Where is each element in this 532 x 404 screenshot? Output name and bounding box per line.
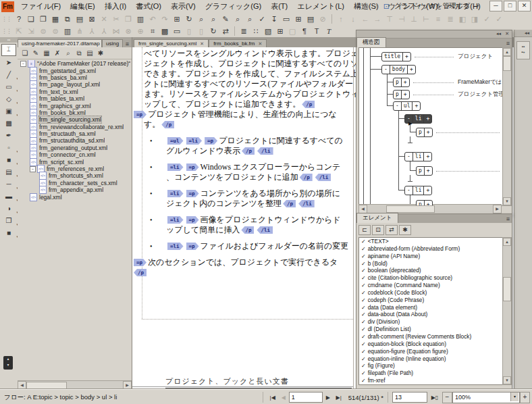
delete-icon[interactable]: ✕ [98, 14, 110, 24]
zoom-in-tool-icon[interactable]: ⌕ [232, 14, 244, 24]
scroll-up-icon[interactable]: ▲ [503, 238, 511, 246]
expand-node-icon[interactable]: + [424, 201, 432, 206]
structure-view-tab[interactable]: 構造図 [356, 37, 386, 47]
line-tool[interactable]: ╱▾ [2, 70, 16, 80]
prev-page-button[interactable]: ◀ [278, 395, 289, 401]
menu-item-1[interactable]: 編集(E) [65, 1, 100, 11]
panel-collapse-icon[interactable]: ◂◂ [496, 31, 501, 36]
element-options-icon[interactable]: ✱ [399, 225, 411, 235]
structure-node-p[interactable]: p+ [416, 200, 433, 206]
menu-item-2[interactable]: 挿入(I) [100, 1, 131, 11]
swap-view-icon[interactable]: ⇄ [219, 26, 232, 36]
structure-node-title[interactable]: title+ [381, 52, 411, 61]
new-topic-icon[interactable]: ❏ [20, 49, 30, 58]
find-icon[interactable]: ⌕ [195, 14, 207, 24]
polygon-tool[interactable]: ◇▾ [2, 94, 16, 105]
element-start-tag[interactable]: =li [167, 216, 184, 224]
expand-node-icon[interactable]: + [423, 153, 431, 161]
scrollbar-thumb[interactable] [26, 382, 67, 389]
promote-element-icon[interactable]: ⊕ [134, 26, 147, 36]
zoom-out-tool-icon[interactable]: ⌕ [244, 14, 256, 24]
structure-node-p[interactable]: p+ [393, 90, 410, 99]
thin-line-width-tool[interactable]: ─▾ [2, 179, 16, 190]
expand-node-icon[interactable]: + [407, 66, 415, 74]
element-list-item[interactable]: ✓codeblock (Code Block) [359, 289, 502, 297]
table-icon[interactable]: ⊞ [274, 26, 286, 36]
panel-tab-ditamap[interactable]: using-framemaker-2017.ditamap [18, 39, 102, 47]
aux-status-field[interactable]: 13 [392, 392, 427, 403]
send-back-icon[interactable]: ◨ [469, 14, 481, 24]
structure-node-ul[interactable]: -ul+ [393, 101, 421, 111]
panel-tab-menu-icon[interactable]: ≡ [123, 41, 132, 47]
wrap-element-icon[interactable]: ⊡ [372, 225, 384, 235]
delete-topic-icon[interactable]: ✗ [52, 49, 63, 58]
wrap-element-icon[interactable]: ⅄ [86, 26, 98, 36]
element-start-tag[interactable]: =p [186, 216, 199, 224]
move-down-icon[interactable]: ↓ [347, 14, 359, 24]
scrollbar-thumb[interactable] [503, 56, 511, 71]
update-references-icon[interactable]: ↻ [207, 26, 219, 36]
first-element-icon[interactable]: ⇱ [13, 26, 25, 36]
accept-change-icon[interactable]: ✓ [481, 14, 493, 24]
expand-element-icon[interactable]: ⊜ [49, 26, 61, 36]
rotate-icon[interactable]: ⊘ [317, 14, 329, 24]
element-start-tag[interactable]: =p [186, 163, 199, 171]
framemaker-logo-icon[interactable]: Fm [1, 1, 14, 12]
text-format-icon[interactable]: T [311, 26, 323, 36]
object-properties-icon[interactable]: ▢ [286, 26, 298, 36]
fill-pattern-tool[interactable]: ■▾ [2, 155, 16, 166]
palette-overflow-arrow-icon[interactable]: ▾ [3, 362, 13, 368]
element-list-item[interactable]: ✓cite (Citation-bibliographic source) [359, 274, 502, 282]
draw-line-icon[interactable]: / [371, 2, 381, 11]
element-catalog-icon[interactable]: ▭ [171, 26, 183, 36]
import-icon[interactable]: ⧉ [61, 14, 74, 24]
zoom-out-button[interactable]: − [442, 392, 452, 403]
element-end-tag[interactable]: /p [241, 226, 254, 234]
close-button[interactable]: ✕ [518, 1, 531, 11]
expand-node-icon[interactable]: + [424, 128, 432, 136]
scroll-down-icon[interactable]: ▼ [503, 376, 511, 384]
scroll-left-icon[interactable]: ◀ [358, 205, 367, 213]
edit-topic-icon[interactable]: ✎ [30, 49, 41, 58]
last-page-button[interactable]: ▶| [334, 395, 344, 401]
element-end-tag[interactable]: /li [298, 200, 315, 207]
element-list-item[interactable]: ✓apiname (API Name) [359, 253, 502, 260]
tree-item[interactable]: </>frm_character_sets_cs.xml [18, 180, 132, 186]
rectangle-tool[interactable]: ▭▾ [2, 82, 16, 93]
element-list-item[interactable]: ✓draft-comment (Review Comments Block) [359, 333, 502, 340]
element-end-tag[interactable]: /p [300, 174, 313, 181]
anchored-frame-icon[interactable]: ↧ [268, 14, 280, 24]
element-list-item[interactable]: ✓cmdname (Command Name) [359, 282, 502, 289]
element-start-tag[interactable]: =p [186, 190, 199, 197]
tree-expander-icon[interactable]: − [30, 166, 36, 172]
element-end-tag[interactable]: /p [134, 269, 147, 276]
lock-icon[interactable]: ⊠ [86, 14, 98, 24]
last-element-icon[interactable]: ⇲ [25, 26, 37, 36]
element-catalog-tab[interactable]: エレメント [356, 213, 398, 223]
insert-table-icon[interactable]: ⊞ [292, 14, 304, 24]
element-start-tag[interactable]: =ul [167, 137, 184, 145]
structure-vscrollbar[interactable]: ▲▼ [502, 47, 512, 206]
attributes-icon[interactable]: ⌗ [147, 26, 159, 36]
object-color-tool[interactable]: ❐▾ [2, 216, 16, 226]
panel-menu-icon[interactable]: ≡ [506, 40, 510, 47]
scroll-up-icon[interactable]: ▲ [503, 48, 511, 56]
color-blend-tool[interactable]: ◑▾ [2, 203, 16, 214]
menu-item-4[interactable]: 表示(V) [166, 1, 201, 11]
new-document-icon[interactable]: ❏ [25, 14, 37, 24]
align-bottom-icon[interactable]: ⊥ [408, 14, 420, 24]
palette-overflow-control[interactable]: ▴▾ [3, 356, 13, 370]
element-panel-menu-icon[interactable]: ≡ [506, 216, 510, 222]
element-end-tag[interactable]: /p [242, 147, 255, 155]
element-list-item[interactable]: ✓dl (Definition List) [359, 326, 502, 333]
zoom-level-select[interactable]: 100% ▾ [452, 392, 520, 403]
panel-close-icon[interactable]: ✕ [505, 31, 509, 36]
document-tab-1[interactable]: frm_books_bk.fm✕ [209, 39, 267, 47]
collapse-node-icon[interactable]: - [382, 66, 390, 74]
expand-node-icon[interactable]: + [423, 186, 431, 195]
move-up-icon[interactable]: ↑ [335, 14, 347, 24]
expand-node-icon[interactable]: + [412, 102, 420, 110]
zoom-in-button[interactable]: + [520, 392, 530, 403]
print-icon[interactable]: ▤ [74, 14, 86, 24]
structure-node-p[interactable]: p+ [416, 166, 433, 176]
